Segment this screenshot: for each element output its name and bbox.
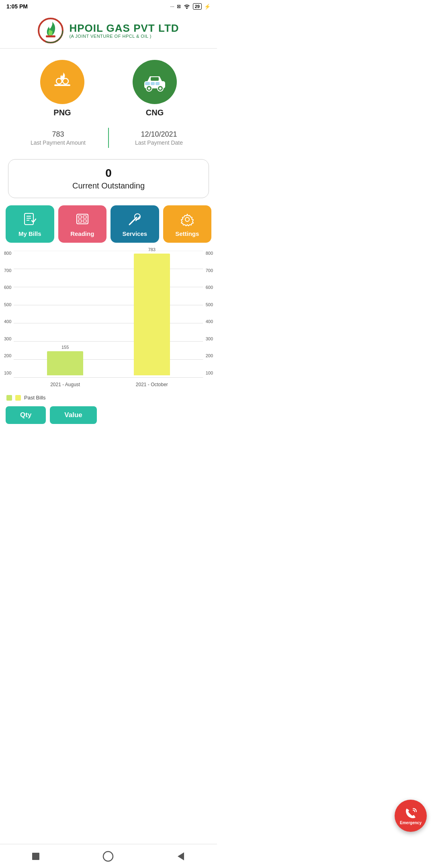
svg-rect-5 (54, 84, 70, 86)
payment-divider (108, 128, 109, 148)
settings-label: Settings (175, 230, 199, 237)
payment-info-section: 783 Last Payment Amount 12/10/2021 Last … (0, 124, 217, 156)
outstanding-card: 0 Current Outstanding (8, 159, 209, 198)
my-bills-button[interactable]: My Bills (6, 205, 54, 243)
stove-icon (51, 71, 74, 93)
y-axis-left: 800 700 600 500 400 300 200 100 (4, 251, 14, 387)
svg-point-4 (63, 78, 68, 84)
logo-container: HPOIL GAS PVT LTD (A JOINT VENTURE OF HP… (38, 18, 179, 43)
service-types-section: PNG CNG (0, 49, 217, 124)
y-right-700: 700 (206, 268, 213, 273)
battery-icon: 29 (193, 3, 202, 10)
last-payment-date-value: 12/10/2021 (141, 130, 177, 139)
bar-label-august: 155 (61, 345, 69, 350)
svg-point-10 (159, 87, 162, 90)
bolt-icon: ⚡ (204, 4, 211, 10)
bar-group-august: 155 (47, 345, 83, 375)
qty-value-buttons: Qty Value (0, 404, 217, 430)
x-label-august: 2021 - August (47, 382, 83, 387)
x-icon: ⊠ (177, 4, 181, 9)
chart-section: 800 700 600 500 400 300 200 100 (0, 251, 217, 391)
cng-label: CNG (146, 108, 164, 117)
svg-rect-21 (83, 216, 86, 218)
last-payment-date-label: Last Payment Date (135, 139, 183, 146)
bars-container: 155 783 (14, 251, 203, 375)
last-payment-date-item: 12/10/2021 Last Payment Date (113, 130, 205, 146)
qty-button[interactable]: Qty (6, 406, 46, 424)
chart-container: 800 700 600 500 400 300 200 100 (4, 251, 213, 387)
meter-icon (76, 213, 89, 226)
last-payment-amount-item: 783 Last Payment Amount (12, 130, 104, 146)
last-payment-amount-value: 783 (52, 130, 64, 139)
logo-text-block: HPOIL GAS PVT LTD (A JOINT VENTURE OF HP… (69, 23, 179, 39)
legend-dot-green (6, 395, 12, 401)
outstanding-label: Current Outstanding (16, 181, 201, 190)
status-icons: ··· ⊠ 29 ⚡ (170, 3, 211, 10)
svg-rect-12 (145, 82, 150, 85)
x-label-october: 2021 - October (134, 382, 170, 387)
svg-rect-14 (156, 82, 160, 85)
y-label-500: 500 (4, 302, 11, 307)
value-button[interactable]: Value (50, 406, 96, 424)
y-right-200: 200 (206, 353, 213, 358)
svg-rect-15 (25, 213, 33, 225)
y-right-100: 100 (206, 371, 213, 375)
my-bills-label: My Bills (18, 230, 41, 237)
services-label: Services (122, 230, 147, 237)
y-label-700: 700 (4, 268, 11, 273)
svg-point-3 (56, 78, 62, 84)
svg-point-28 (185, 217, 189, 221)
png-service-item[interactable]: PNG (40, 60, 84, 117)
logo-title: HPOIL GAS PVT LTD (69, 23, 179, 34)
chart-legend: Past Bills (0, 391, 217, 404)
svg-rect-20 (78, 216, 82, 218)
chart-area: 155 783 2021 - August 2021 - October (14, 251, 203, 387)
png-circle[interactable] (40, 60, 84, 104)
y-label-100: 100 (4, 371, 11, 375)
y-label-800: 800 (4, 251, 11, 256)
x-labels: 2021 - August 2021 - October (14, 382, 203, 387)
y-right-600: 600 (206, 285, 213, 290)
last-payment-amount-label: Last Payment Amount (31, 139, 86, 146)
png-label: PNG (53, 108, 71, 117)
y-right-500: 500 (206, 302, 213, 307)
logo-subtitle: (A JOINT VENTURE OF HPCL & OIL ) (69, 34, 179, 39)
y-label-300: 300 (4, 336, 11, 341)
app-header: HPOIL GAS PVT LTD (A JOINT VENTURE OF HP… (0, 13, 217, 49)
svg-point-9 (148, 87, 150, 90)
wifi-icon (183, 3, 190, 10)
y-label-200: 200 (4, 353, 11, 358)
legend-label: Past Bills (24, 395, 45, 401)
svg-rect-13 (151, 82, 155, 85)
outstanding-amount: 0 (16, 167, 201, 180)
status-bar: 1:05 PM ··· ⊠ 29 ⚡ (0, 0, 217, 13)
wrench-icon (128, 213, 141, 226)
cng-service-item[interactable]: CNG (133, 60, 177, 117)
dots-icon: ··· (170, 4, 174, 9)
y-right-800: 800 (206, 251, 213, 256)
services-button[interactable]: Services (111, 205, 159, 243)
y-right-300: 300 (206, 336, 213, 341)
y-label-600: 600 (4, 285, 11, 290)
action-buttons-row: My Bills Reading Services Settings (0, 205, 217, 243)
bar-group-october: 783 (134, 247, 170, 375)
reading-button[interactable]: Reading (58, 205, 107, 243)
svg-rect-11 (151, 77, 159, 81)
bar-october (134, 254, 170, 375)
logo-icon (38, 18, 63, 43)
bills-icon (23, 213, 37, 226)
status-time: 1:05 PM (6, 3, 28, 10)
settings-button[interactable]: Settings (163, 205, 212, 243)
svg-rect-2 (46, 35, 55, 37)
legend-dot-yellow (15, 395, 21, 401)
svg-rect-22 (78, 220, 82, 222)
y-right-400: 400 (206, 319, 213, 324)
svg-rect-23 (83, 220, 86, 222)
gear-icon (180, 213, 194, 226)
y-label-400: 400 (4, 319, 11, 324)
svg-line-26 (129, 219, 135, 225)
y-axis-right: 800 700 600 500 400 300 200 100 (203, 251, 213, 387)
cng-circle[interactable] (133, 60, 177, 104)
bar-august (47, 351, 83, 375)
bar-label-october: 783 (148, 247, 156, 252)
